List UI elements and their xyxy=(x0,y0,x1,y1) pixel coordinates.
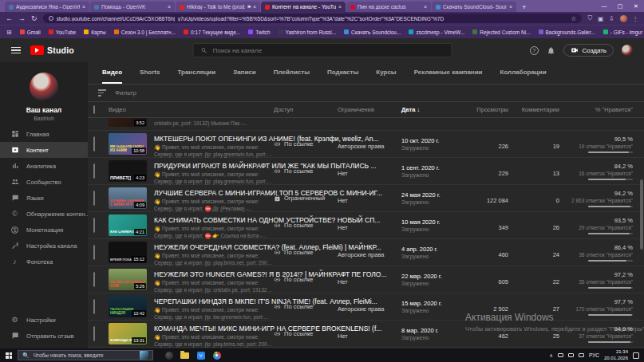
table-row[interactable]: КАК СНИМАТЬ4:21 КАК СНИМАТЬ СОВМЕСТКИ НА… xyxy=(88,212,644,239)
browser-tab-studio-active[interactable]: Контент на канале - YouTube × xyxy=(261,2,346,12)
bookmark-star-icon[interactable]: ☆ xyxy=(571,15,576,22)
table-row[interactable]: ВРЕМЯ ПОКА ТЛЕЕТ15:12 НЕУЖЕЛИ ОЧЕРЕДНАЯ … xyxy=(88,239,644,266)
taskbar-clock[interactable]: 21:34 20.01.2026 xyxy=(604,349,628,361)
notification-center-icon[interactable] xyxy=(633,352,639,359)
browser-profile-avatar[interactable] xyxy=(620,15,627,22)
minimize-button[interactable]: — xyxy=(596,0,612,12)
video-thumbnail[interactable]: ЧЕРЕПАШКИ НИНДЗЯ10:42 xyxy=(109,296,147,317)
header-restrictions[interactable]: Ограничения xyxy=(338,106,401,113)
restriction-label[interactable]: Нет xyxy=(338,197,348,204)
browser-tab-pinterest[interactable]: Пин на доске cactus × xyxy=(346,2,431,12)
browser-tab-openvk-audio[interactable]: Аудиозаписи Яна - OpenVK × xyxy=(5,2,89,12)
taskbar-app-icon[interactable] xyxy=(164,351,173,360)
tab-audio-icon[interactable]: 🕪 xyxy=(247,4,251,10)
video-thumbnail[interactable]: 3:52 xyxy=(109,118,147,127)
help-icon[interactable]: ? xyxy=(530,46,539,55)
back-icon[interactable]: ← xyxy=(6,15,13,22)
header-likes[interactable]: % "Нравится" xyxy=(559,106,633,113)
sidebar-item-feedback[interactable]: Отправить отзыв xyxy=(0,328,88,344)
restriction-label[interactable]: Нет xyxy=(338,170,348,177)
filter-bar[interactable]: Фильтр xyxy=(88,85,644,102)
table-row-partial[interactable]: 3:52 cristalix.pe, port: 19132) Мьюзик П… xyxy=(88,118,644,131)
row-checkbox[interactable] xyxy=(93,136,95,151)
video-thumbnail[interactable]: ПРИВЕТ[]4:23 xyxy=(109,160,147,182)
sidebar-item-subtitles[interactable]: Языки xyxy=(0,190,88,206)
sidebar-item-copyright[interactable]: © Обнаружение контен... xyxy=(0,206,88,222)
table-row[interactable]: ЧЕРЕПАШКИ НИНДЗЯ10:42 ЧЕРЕПАШКИ НИНДЗЯ В… xyxy=(88,293,644,321)
tab-close-icon[interactable]: × xyxy=(82,4,85,10)
close-window-button[interactable]: ✕ xyxy=(628,0,644,12)
tray-expand-icon[interactable]: ∧ xyxy=(549,352,553,359)
sidebar-item-audio-library[interactable]: ♪ Фонотека xyxy=(0,254,88,270)
menu-hamburger-icon[interactable] xyxy=(11,47,21,54)
volume-icon[interactable] xyxy=(579,353,584,357)
browser-tab-openvk-help[interactable]: Помощь - OpenVK × xyxy=(90,2,175,12)
download-icon[interactable]: ⇩ xyxy=(609,15,614,22)
bookmark-maps[interactable]: Карты xyxy=(84,30,106,35)
row-checkbox[interactable] xyxy=(93,163,95,179)
video-thumbnail[interactable]: ВРЕМЯ ПОКА ТЛЕЕТ15:12 xyxy=(109,242,147,263)
sidebar-item-monetization[interactable]: $ Монетизация xyxy=(0,222,88,238)
restriction-label[interactable]: Авторские права xyxy=(338,143,384,150)
channel-avatar[interactable] xyxy=(30,73,58,101)
restriction-label[interactable]: Авторские права xyxy=(338,251,384,258)
bookmark-video[interactable]: 0:17 Текущее виде... xyxy=(184,30,240,35)
sidebar-item-settings[interactable]: ⚙ Настройки xyxy=(0,312,88,328)
password-manager-icon[interactable]: ⛉ xyxy=(587,14,592,22)
chrome-icon[interactable] xyxy=(212,351,221,360)
row-checkbox[interactable] xyxy=(93,299,95,314)
network-icon[interactable] xyxy=(568,353,574,357)
address-bar[interactable]: studio.youtube.com/channel/UCcD9ArC5XOB8… xyxy=(43,14,583,23)
channel-search-box[interactable] xyxy=(192,43,452,57)
browser-menu-icon[interactable]: ⋮ xyxy=(633,15,639,22)
tab-close-icon[interactable]: × xyxy=(253,4,256,10)
sidebar-item-dashboard[interactable]: Главная xyxy=(0,126,88,142)
tab-collaborations[interactable]: Коллаборации xyxy=(500,62,547,84)
bookmark-youtube[interactable]: YouTube xyxy=(49,30,77,35)
sidebar-item-customization[interactable]: Настройка канала xyxy=(0,238,88,254)
tab-close-icon[interactable]: × xyxy=(338,4,342,10)
tab-playlists[interactable]: Плейлисты xyxy=(274,62,310,84)
bookmark-rejected[interactable]: Rejected Custom Ni... xyxy=(472,30,530,35)
header-comments[interactable]: Комментарии xyxy=(508,106,559,113)
create-button[interactable]: Создать xyxy=(563,44,614,57)
bookmark-imgur[interactable]: - GIFs - Imgur xyxy=(603,30,642,35)
browser-tab-soundcloud[interactable]: Скачать SoundCloud- SoundC × xyxy=(432,2,516,12)
header-video[interactable]: Видео xyxy=(109,106,274,113)
tab-close-icon[interactable]: × xyxy=(424,4,427,10)
video-thumbnail[interactable]: КОМАНДА МЕЧТ13:31 xyxy=(109,323,147,344)
row-checkbox[interactable] xyxy=(93,272,95,287)
table-row[interactable]: ЛУЧШИЕ СЕРВЕРА С МИНИ ИГР4:09 ЛУЧШИЕ СЕР… xyxy=(88,185,644,212)
header-date-sorted[interactable]: Дата ↓ xyxy=(401,106,462,113)
reload-icon[interactable]: ↻ xyxy=(31,15,38,22)
restriction-label[interactable]: Нет xyxy=(338,332,348,340)
bookmark-backgrounds[interactable]: Backgrounds.Galler... xyxy=(539,30,595,35)
header-access[interactable]: Доступ xyxy=(274,106,338,113)
bookmark-soundcloud-dl[interactable]: Скачать Soundclou... xyxy=(344,30,401,35)
bookmark-gmail[interactable]: Gmail xyxy=(20,30,41,35)
tab-promotions[interactable]: Рекламные кампании xyxy=(414,62,483,84)
tab-live[interactable]: Трансляции xyxy=(177,62,215,84)
tab-close-icon[interactable]: × xyxy=(168,4,171,10)
start-button[interactable] xyxy=(0,348,18,362)
select-all-checkbox[interactable] xyxy=(93,105,95,114)
search-input[interactable] xyxy=(213,47,444,54)
tab-courses[interactable]: Курсы xyxy=(376,62,396,84)
vk-app-icon[interactable]: V xyxy=(196,351,205,360)
row-checkbox[interactable] xyxy=(93,191,95,206)
row-checkbox[interactable] xyxy=(93,326,95,341)
browser-tab-music[interactable]: Hikiray - Talk to Me (prod. 🕪 × xyxy=(176,2,260,12)
tab-shorts[interactable]: Shorts xyxy=(140,62,160,84)
scrollbar-thumb[interactable] xyxy=(640,179,643,250)
restriction-label[interactable]: Нет xyxy=(338,224,348,231)
search-highlight-thumbnail[interactable] xyxy=(140,351,148,360)
extension-icon[interactable]: ▣ xyxy=(598,15,603,22)
restriction-label[interactable]: Авторские права xyxy=(338,305,384,313)
table-row[interactable]: НЕУЖЕЛИ HUNGER GAM5:26 НЕУЖЕЛИ ЭТО HUNGE… xyxy=(88,266,644,293)
tab-posts[interactable]: Записи xyxy=(233,62,256,84)
bookmark-yashiron[interactable]: Yashiron from Russi... xyxy=(279,30,336,35)
language-indicator[interactable]: РУС xyxy=(589,352,599,358)
maximize-button[interactable]: ▢ xyxy=(612,0,628,12)
forward-icon[interactable]: → xyxy=(18,15,26,22)
new-tab-button[interactable]: + xyxy=(520,2,529,12)
